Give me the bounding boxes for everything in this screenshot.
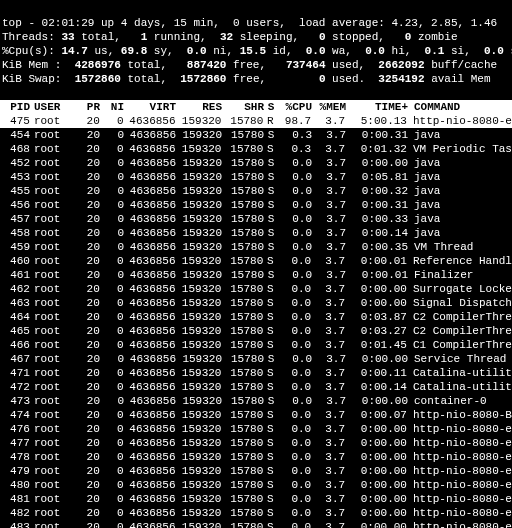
process-row[interactable]: 481root200463685615932015780S0.03.70:00.… — [0, 492, 512, 506]
process-row[interactable]: 480root200463685615932015780S0.03.70:00.… — [0, 478, 512, 492]
process-row[interactable]: 472root200463685615932015780S0.03.70:00.… — [0, 380, 512, 394]
process-row[interactable]: 454root200463685615932015780S0.33.70:00.… — [0, 128, 512, 142]
process-row[interactable]: 466root200463685615932015780S0.03.70:01.… — [0, 338, 512, 352]
process-row[interactable]: 476root200463685615932015780S0.03.70:00.… — [0, 422, 512, 436]
process-row[interactable]: 468root200463685615932015780S0.33.70:01.… — [0, 142, 512, 156]
process-row[interactable]: 482root200463685615932015780S0.03.70:00.… — [0, 506, 512, 520]
col-cmd: COMMAND — [408, 100, 512, 114]
process-row[interactable]: 474root200463685615932015780S0.03.70:00.… — [0, 408, 512, 422]
col-cpu: %CPU — [278, 100, 312, 114]
col-pid: PID — [0, 100, 30, 114]
process-row[interactable]: 458root200463685615932015780S0.03.70:00.… — [0, 226, 512, 240]
process-row[interactable]: 455root200463685615932015780S0.03.70:00.… — [0, 184, 512, 198]
process-row[interactable]: 453root200463685615932015780S0.03.70:05.… — [0, 170, 512, 184]
process-row[interactable]: 475root200463685615932015780R98.73.75:00… — [0, 114, 512, 128]
process-row[interactable]: 471root200463685615932015780S0.03.70:00.… — [0, 366, 512, 380]
process-row[interactable]: 463root200463685615932015780S0.03.70:00.… — [0, 296, 512, 310]
process-row[interactable]: 461root200463685615932015780S0.03.70:00.… — [0, 268, 512, 282]
col-s: S — [264, 100, 278, 114]
process-row[interactable]: 456root200463685615932015780S0.03.70:00.… — [0, 198, 512, 212]
column-headers[interactable]: PID USER PR NI VIRT RES SHR S %CPU %MEM … — [0, 100, 512, 114]
col-shr: SHR — [222, 100, 264, 114]
col-user: USER — [30, 100, 76, 114]
process-row[interactable]: 479root200463685615932015780S0.03.70:00.… — [0, 464, 512, 478]
process-row[interactable]: 457root200463685615932015780S0.03.70:00.… — [0, 212, 512, 226]
col-ni: NI — [100, 100, 124, 114]
col-res: RES — [176, 100, 222, 114]
process-list[interactable]: 475root200463685615932015780R98.73.75:00… — [0, 114, 512, 528]
col-pr: PR — [76, 100, 100, 114]
process-row[interactable]: 452root200463685615932015780S0.03.70:00.… — [0, 156, 512, 170]
process-row[interactable]: 464root200463685615932015780S0.03.70:03.… — [0, 310, 512, 324]
process-row[interactable]: 465root200463685615932015780S0.03.70:03.… — [0, 324, 512, 338]
process-row[interactable]: 460root200463685615932015780S0.03.70:00.… — [0, 254, 512, 268]
top-summary: top - 02:01:29 up 4 days, 15 min, 0 user… — [0, 0, 512, 86]
process-row[interactable]: 478root200463685615932015780S0.03.70:00.… — [0, 450, 512, 464]
col-mem: %MEM — [312, 100, 346, 114]
process-row[interactable]: 467root200463685615932015780S0.03.70:00.… — [0, 352, 512, 366]
process-row[interactable]: 459root200463685615932015780S0.03.70:00.… — [0, 240, 512, 254]
process-row[interactable]: 477root200463685615932015780S0.03.70:00.… — [0, 436, 512, 450]
col-time: TIME+ — [346, 100, 408, 114]
process-row[interactable]: 462root200463685615932015780S0.03.70:00.… — [0, 282, 512, 296]
process-row[interactable]: 483root200463685615932015780S0.03.70:00.… — [0, 520, 512, 528]
process-row[interactable]: 473root200463685615932015780S0.03.70:00.… — [0, 394, 512, 408]
col-virt: VIRT — [124, 100, 176, 114]
